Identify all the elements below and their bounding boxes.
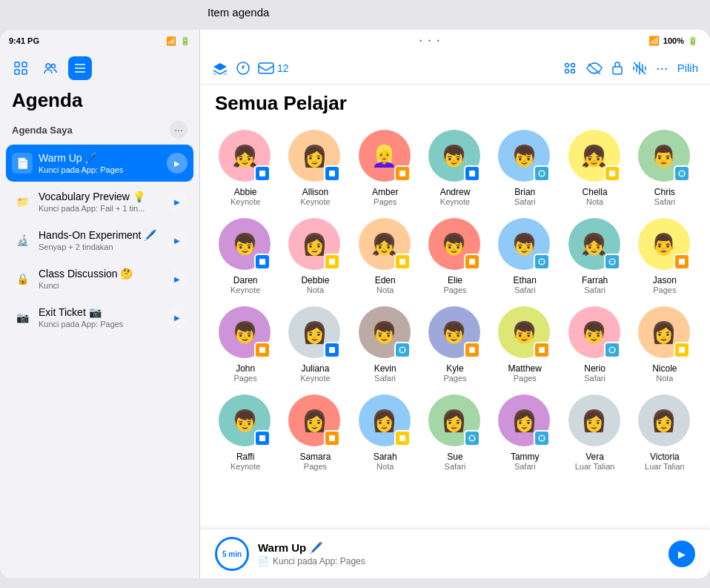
student-item-debbie[interactable]: 👩DebbieNota <box>282 215 348 297</box>
sidebar-item-subtitle-0: Kunci pada App: Pages <box>39 165 167 174</box>
svg-line-15 <box>588 64 600 74</box>
student-item-juliana[interactable]: 👩JulianaKeynote <box>282 303 348 386</box>
more-icon[interactable]: ··· <box>656 59 668 76</box>
sidebar-item-hands-on[interactable]: 🔬 Hands-On Experiment 🖊️ Senyap + 2 tind… <box>6 222 193 259</box>
svg-point-5 <box>52 65 56 68</box>
student-badge-sue <box>464 430 480 446</box>
sidebar-item-title-4: Exit Ticket 📷 <box>39 306 167 318</box>
sidebar-view-icon[interactable] <box>9 56 33 80</box>
student-item-nerio[interactable]: 👦NerioSafari <box>561 303 628 386</box>
svg-rect-18 <box>259 171 265 176</box>
student-badge-nerio <box>604 342 620 358</box>
student-name-daren: Daren <box>233 275 258 285</box>
sidebar-item-play-0[interactable]: ▶ <box>167 153 188 174</box>
student-app-daren: Keynote <box>230 285 260 294</box>
wifi-icon: 📶 <box>166 36 176 46</box>
sidebar-more-button[interactable]: ··· <box>170 121 188 139</box>
student-item-elie[interactable]: 👦EliePages <box>422 215 488 297</box>
sidebar-item-content-1: Vocabulary Preview 💡 Kunci pada App: Fai… <box>39 191 167 213</box>
student-item-sue[interactable]: 👩SueSafari <box>422 392 488 474</box>
student-item-amber[interactable]: 👱‍♀️AmberPages <box>352 127 419 209</box>
sidebar-item-class-discussion[interactable]: 🔒 Class Discussion 🤔 Kunci ▶ <box>6 260 193 297</box>
student-item-chris[interactable]: 👨ChrisSafari <box>631 127 698 209</box>
student-item-matthew[interactable]: 👦MatthewPages <box>491 303 558 386</box>
grid-icon[interactable] <box>563 61 577 76</box>
page-title: Semua Pelajar <box>200 85 710 124</box>
ipad-frame: 9:41 PG 📶 🔋 <box>0 30 710 578</box>
sidebar-item-title-0: Warm Up 🖊️ <box>39 152 167 164</box>
timer-circle: 5 min <box>215 537 249 571</box>
pilih-button[interactable]: Pilih <box>677 62 698 74</box>
student-app-samara: Pages <box>304 462 327 471</box>
student-badge-kyle <box>464 342 480 358</box>
student-item-tammy[interactable]: 👩TammySafari <box>491 392 558 474</box>
student-item-jason[interactable]: 👨JasonPages <box>631 215 698 297</box>
student-name-tammy: Tammy <box>511 452 540 462</box>
student-item-allison[interactable]: 👩AllisonKeynote <box>282 127 348 209</box>
student-item-kevin[interactable]: 👦KevinSafari <box>352 303 419 386</box>
student-badge-eden <box>394 254 411 270</box>
student-name-jason: Jason <box>653 275 677 285</box>
layers-icon[interactable] <box>212 62 228 75</box>
student-item-daren[interactable]: 👦DarenKeynote <box>212 215 279 297</box>
student-item-chella[interactable]: 👧ChellaNota <box>561 127 628 209</box>
svg-rect-41 <box>399 435 405 441</box>
student-badge-elie <box>464 254 480 270</box>
bottom-bar-content: Warm Up 🖊️ 📄 Kunci pada App: Pages <box>258 541 660 566</box>
student-item-ethan[interactable]: 👦EthanSafari <box>491 215 558 297</box>
student-name-john: John <box>236 363 255 374</box>
student-item-victoria[interactable]: 👩VictoriaLuar Talian <box>631 392 698 474</box>
student-item-raffi[interactable]: 👦RaffiKeynote <box>212 392 279 474</box>
bottom-bar-subtitle: 📄 Kunci pada App: Pages <box>258 556 660 566</box>
sidebar-time: 9:41 PG <box>9 36 39 45</box>
student-item-brian[interactable]: 👦BrianSafari <box>491 127 558 209</box>
compass-icon[interactable] <box>236 61 251 76</box>
sidebar-item-play-4[interactable]: ▶ <box>167 307 188 328</box>
student-app-tammy: Safari <box>514 462 536 471</box>
bottom-bar: 5 min Warm Up 🖊️ 📄 Kunci pada App: Pages… <box>200 529 710 578</box>
bottom-play-button[interactable]: ▶ <box>668 541 695 567</box>
svg-rect-38 <box>679 347 685 353</box>
sidebar-item-vocabulary[interactable]: 📁 Vocabulary Preview 💡 Kunci pada App: F… <box>6 183 193 220</box>
student-name-elie: Elie <box>448 275 462 285</box>
sidebar-item-title-3: Class Discussion 🤔 <box>39 268 167 280</box>
inbox-badge[interactable]: 12 <box>258 62 289 74</box>
student-item-kyle[interactable]: 👦KylePages <box>422 303 488 386</box>
sidebar-item-subtitle-1: Kunci pada App: Fail + 1 tin... <box>39 204 167 213</box>
three-dots: · · · <box>419 32 441 50</box>
sidebar-item-play-2[interactable]: ▶ <box>167 230 188 251</box>
sidebar-item-warm-up[interactable]: 📄 Warm Up 🖊️ Kunci pada App: Pages ▶ <box>6 145 193 182</box>
student-app-debbie: Nota <box>307 285 324 294</box>
student-app-raffi: Keynote <box>230 462 260 471</box>
student-app-vera: Luar Talian <box>575 462 615 471</box>
student-name-chris: Chris <box>654 187 675 197</box>
svg-rect-20 <box>399 171 405 176</box>
sidebar-item-play-3[interactable]: ▶ <box>167 268 188 289</box>
student-item-samara[interactable]: 👩SamaraPages <box>282 392 348 474</box>
main-battery-text: 100% <box>663 36 684 45</box>
sidebar-item-play-1[interactable]: ▶ <box>167 191 188 212</box>
student-item-nicole[interactable]: 👩NicoleNota <box>631 303 698 386</box>
student-item-eden[interactable]: 👧EdenNota <box>352 215 419 297</box>
student-name-kyle: Kyle <box>446 363 463 374</box>
sidebar-list-icon[interactable] <box>68 56 92 80</box>
student-item-vera[interactable]: 👩VeraLuar Talian <box>561 392 628 474</box>
sidebar-people-icon[interactable] <box>39 56 62 80</box>
lock-icon[interactable] <box>611 61 623 76</box>
student-badge-tammy <box>534 430 550 446</box>
sidebar-item-exit-ticket[interactable]: 📷 Exit Ticket 📷 Kunci pada App: Pages ▶ <box>6 299 193 336</box>
student-item-farrah[interactable]: 👧FarrahSafari <box>561 215 628 297</box>
student-item-john[interactable]: 👦JohnPages <box>212 303 279 386</box>
sidebar: 9:41 PG 📶 🔋 <box>0 30 200 578</box>
svg-rect-21 <box>469 171 475 176</box>
student-badge-abbie <box>254 165 271 182</box>
mute-icon[interactable] <box>632 61 647 76</box>
student-badge-andrew <box>464 165 480 182</box>
student-item-sarah[interactable]: 👩SarahNota <box>352 392 419 474</box>
sidebar-item-content-3: Class Discussion 🤔 Kunci <box>39 268 167 290</box>
sidebar-item-icon-1: 📁 <box>12 191 33 212</box>
student-item-abbie[interactable]: 👧AbbieKeynote <box>212 127 279 209</box>
student-item-andrew[interactable]: 👦AndrewKeynote <box>422 127 488 209</box>
student-app-farrah: Safari <box>584 285 606 294</box>
eye-slash-icon[interactable] <box>586 62 603 75</box>
